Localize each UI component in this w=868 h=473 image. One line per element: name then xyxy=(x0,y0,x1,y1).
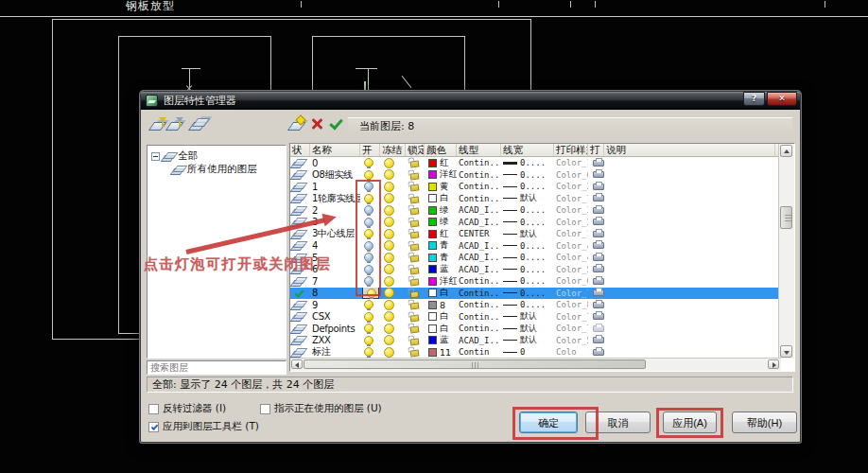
freeze-sun-icon[interactable] xyxy=(384,347,394,358)
layer-on-cell[interactable] xyxy=(360,335,380,347)
column-header-6[interactable]: 线型 xyxy=(457,144,501,156)
layer-color-cell[interactable]: 11 xyxy=(425,346,457,359)
freeze-sun-icon[interactable] xyxy=(384,240,394,251)
layer-lineweight[interactable]: 默认 xyxy=(501,193,554,205)
freeze-sun-icon[interactable] xyxy=(384,205,394,216)
freeze-sun-icon[interactable] xyxy=(384,229,394,239)
layer-color-cell[interactable]: 白 xyxy=(425,323,457,335)
layer-row-标注[interactable]: 标注11Contin0Colo xyxy=(290,346,779,359)
column-header-8[interactable]: 打印样式 xyxy=(554,144,588,156)
lock-icon[interactable] xyxy=(410,208,420,216)
layer-color-cell[interactable]: 白 xyxy=(425,193,457,205)
layer-plot-cell[interactable] xyxy=(588,169,604,182)
freeze-sun-icon[interactable] xyxy=(384,300,394,310)
printer-icon[interactable] xyxy=(593,231,604,237)
layer-linetype[interactable]: ACAD_I... xyxy=(457,264,501,276)
layer-lineweight[interactable]: 0.... xyxy=(501,288,554,300)
scroll-left-button[interactable] xyxy=(291,359,303,369)
color-swatch[interactable] xyxy=(428,336,437,344)
lock-icon[interactable] xyxy=(410,338,420,345)
layer-on-cell[interactable] xyxy=(360,346,380,359)
layer-plot-cell[interactable] xyxy=(588,275,604,288)
color-swatch[interactable] xyxy=(428,194,437,202)
printer-icon[interactable] xyxy=(593,337,604,343)
layer-freeze-cell[interactable] xyxy=(380,264,406,276)
layer-freeze-cell[interactable] xyxy=(380,240,406,253)
layer-lineweight[interactable]: 默认 xyxy=(501,311,554,324)
bulb-icon[interactable] xyxy=(364,324,373,333)
layer-freeze-cell[interactable] xyxy=(380,181,406,193)
layer-lineweight[interactable]: 0.... xyxy=(501,204,554,217)
layer-lock-cell[interactable] xyxy=(406,181,425,193)
lock-icon[interactable] xyxy=(410,290,420,298)
printer-icon[interactable] xyxy=(593,313,604,320)
layer-row-0[interactable]: 0红Contin...0....Color_1 xyxy=(290,157,779,169)
vertical-scrollbar[interactable] xyxy=(778,144,794,359)
printer-icon[interactable] xyxy=(593,219,604,225)
layer-color-cell[interactable]: 绿 xyxy=(425,217,457,229)
layer-row-Defpoints[interactable]: Defpoints白Contin...默认Color_7 xyxy=(290,323,779,335)
color-swatch[interactable] xyxy=(428,254,437,262)
layer-linetype[interactable]: Contin... xyxy=(457,181,501,193)
freeze-sun-icon[interactable] xyxy=(384,288,394,298)
scroll-down-button[interactable] xyxy=(780,345,792,358)
layer-linetype[interactable]: ACAD_I... xyxy=(457,217,501,229)
bulb-icon[interactable] xyxy=(364,300,373,309)
tree-item-all[interactable]: 全部 xyxy=(151,149,198,163)
layer-lineweight[interactable]: 默认 xyxy=(501,323,554,335)
layer-lineweight[interactable]: 0.... xyxy=(501,157,554,169)
freeze-sun-icon[interactable] xyxy=(384,193,394,203)
column-header-7[interactable]: 线宽 xyxy=(501,144,554,156)
layer-linetype[interactable]: Contin... xyxy=(457,311,501,324)
layer-lock-cell[interactable] xyxy=(406,299,425,311)
layer-lineweight[interactable]: 0 xyxy=(501,346,554,359)
color-swatch[interactable] xyxy=(428,159,437,167)
layer-lock-cell[interactable] xyxy=(406,275,425,288)
layer-plot-cell[interactable] xyxy=(588,311,604,324)
checkbox-icon[interactable] xyxy=(148,404,159,414)
printer-icon[interactable] xyxy=(593,184,604,190)
layer-color-cell[interactable]: 黄 xyxy=(425,181,457,193)
column-header-5[interactable]: 颜色 xyxy=(425,144,457,156)
layer-plot-cell[interactable] xyxy=(588,157,604,169)
printer-icon[interactable] xyxy=(593,302,604,308)
layer-lock-cell[interactable] xyxy=(406,346,425,359)
layer-lock-cell[interactable] xyxy=(406,240,425,253)
new-group-filter-icon[interactable] xyxy=(167,116,183,131)
checkbox-icon[interactable] xyxy=(260,404,270,414)
layer-freeze-cell[interactable] xyxy=(380,228,406,240)
color-swatch[interactable] xyxy=(428,183,437,191)
color-swatch[interactable] xyxy=(428,170,437,179)
lock-icon[interactable] xyxy=(410,255,420,263)
layer-freeze-cell[interactable] xyxy=(380,323,406,335)
close-button[interactable]: ✕ xyxy=(767,92,797,106)
layer-linetype[interactable]: Contin xyxy=(457,346,501,359)
column-header-0[interactable]: 状 xyxy=(290,144,310,156)
color-swatch[interactable] xyxy=(428,301,437,309)
layer-lineweight[interactable]: 0.... xyxy=(501,240,554,253)
bulb-icon[interactable] xyxy=(364,312,373,322)
lock-icon[interactable] xyxy=(410,232,420,239)
layer-plot-cell[interactable] xyxy=(588,240,604,253)
lock-icon[interactable] xyxy=(410,350,420,358)
layer-lock-cell[interactable] xyxy=(406,335,425,347)
horizontal-scrollbar[interactable] xyxy=(290,358,781,371)
freeze-sun-icon[interactable] xyxy=(384,217,394,227)
layer-on-cell[interactable] xyxy=(360,311,380,324)
delete-layer-icon[interactable] xyxy=(308,116,324,131)
layer-linetype[interactable]: Contin... xyxy=(457,299,501,311)
layer-plot-cell[interactable] xyxy=(588,217,604,229)
layer-lock-cell[interactable] xyxy=(406,204,425,217)
color-swatch[interactable] xyxy=(428,265,437,273)
layer-linetype[interactable]: Contin... xyxy=(457,169,501,182)
layer-color-cell[interactable]: 洋红 xyxy=(425,169,457,182)
layer-on-cell[interactable] xyxy=(360,323,380,335)
layer-color-cell[interactable]: 绿 xyxy=(425,204,457,217)
vertical-scroll-thumb[interactable] xyxy=(780,206,792,229)
layer-freeze-cell[interactable] xyxy=(380,204,406,217)
search-layer-input[interactable] xyxy=(147,360,286,375)
lock-icon[interactable] xyxy=(410,172,420,180)
layer-lock-cell[interactable] xyxy=(406,169,425,182)
lock-icon[interactable] xyxy=(410,196,420,203)
layer-color-cell[interactable]: 红 xyxy=(425,228,457,240)
